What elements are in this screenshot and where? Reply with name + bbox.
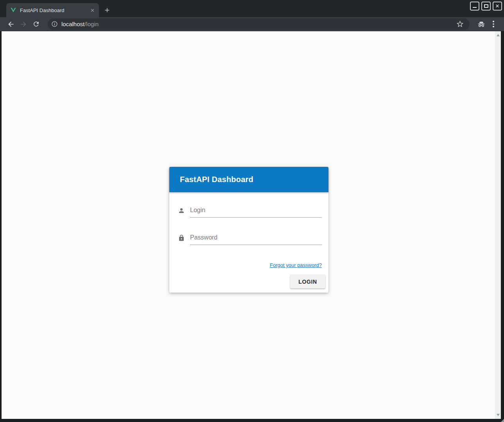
new-tab-button[interactable] — [102, 5, 112, 15]
address-bar[interactable]: localhost/login — [48, 18, 470, 30]
browser-menu-button[interactable] — [490, 20, 497, 29]
url-text: localhost/login — [61, 21, 456, 27]
maximize-button[interactable] — [481, 2, 491, 11]
vue-logo-icon — [10, 7, 16, 13]
login-input[interactable] — [190, 207, 322, 218]
reload-button[interactable] — [31, 20, 41, 29]
url-path: /login — [84, 21, 99, 27]
card-actions: LOGIN — [178, 275, 325, 288]
scroll-down-icon — [497, 414, 500, 416]
login-card: FastAPI Dashboard — [169, 167, 328, 293]
browser-tab[interactable]: FastAPI Dashboard — [6, 3, 99, 17]
forgot-password-row: Forgot your password? — [178, 261, 322, 268]
tab-close-icon[interactable] — [89, 7, 96, 14]
incognito-icon — [477, 20, 486, 29]
scroll-up-button[interactable] — [495, 32, 501, 38]
tab-title: FastAPI Dashboard — [20, 7, 89, 13]
browser-window: FastAPI Dashboard ✕ localhost — [0, 0, 504, 422]
card-body: Forgot your password? LOGIN — [169, 192, 328, 293]
person-icon — [178, 207, 185, 214]
window-controls: ✕ — [470, 2, 502, 11]
site-info-icon[interactable] — [51, 21, 58, 27]
lock-icon — [178, 234, 185, 241]
password-input-wrap — [190, 234, 322, 245]
vertical-scrollbar[interactable] — [495, 31, 501, 419]
url-host: localhost — [61, 21, 84, 27]
maximize-icon — [484, 4, 488, 8]
scroll-down-button[interactable] — [495, 412, 501, 418]
card-title: FastAPI Dashboard — [180, 175, 253, 184]
login-field-row — [178, 207, 322, 218]
forgot-password-link[interactable]: Forgot your password? — [270, 262, 322, 268]
login-input-wrap — [190, 207, 322, 218]
close-icon: ✕ — [495, 4, 500, 9]
bookmark-star-icon[interactable] — [456, 20, 464, 28]
browser-toolbar: localhost/login — [0, 17, 504, 31]
scroll-up-icon — [497, 34, 500, 36]
login-button[interactable]: LOGIN — [290, 275, 325, 288]
minimize-icon — [473, 7, 477, 8]
back-button[interactable] — [6, 20, 16, 29]
resize-grip[interactable] — [501, 419, 504, 422]
minimize-button[interactable] — [470, 2, 479, 11]
forward-button[interactable] — [19, 20, 28, 29]
password-input[interactable] — [190, 234, 322, 245]
page-content: FastAPI Dashboard — [2, 31, 501, 419]
card-header: FastAPI Dashboard — [169, 167, 328, 192]
password-field-row — [178, 234, 322, 245]
close-button[interactable]: ✕ — [493, 2, 502, 11]
title-bar: FastAPI Dashboard ✕ — [0, 0, 504, 17]
